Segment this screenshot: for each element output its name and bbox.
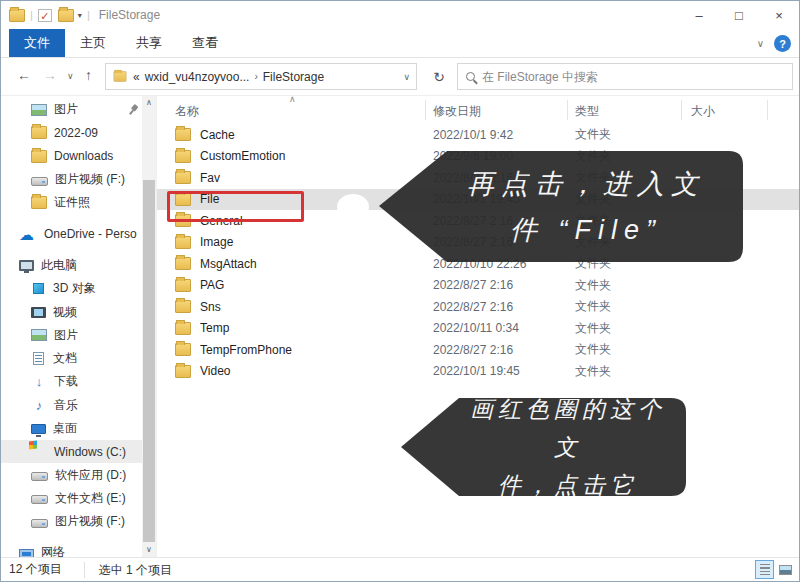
item-count: 12 个项目 bbox=[9, 561, 62, 578]
file-name: Video bbox=[200, 364, 230, 378]
tab-view[interactable]: 查看 bbox=[177, 29, 233, 57]
divider: | bbox=[30, 9, 33, 21]
tab-home[interactable]: 主页 bbox=[65, 29, 121, 57]
folder-icon bbox=[175, 128, 191, 141]
sidebar-item-icon: ↓ bbox=[31, 375, 47, 388]
callout-top-text: 再点击，进入文 件 “File” bbox=[435, 150, 737, 263]
sidebar-item[interactable]: 图片 bbox=[1, 324, 142, 347]
sidebar-item-label: 网络 bbox=[41, 544, 65, 557]
forward-button[interactable]: → bbox=[43, 67, 57, 83]
sidebar-item-icon bbox=[33, 352, 44, 365]
scroll-down-icon[interactable]: ∨ bbox=[142, 543, 156, 557]
navigation-toolbar: ← → ∨ ↑ « wxid_vu4nzoyvoo... › FileStora… bbox=[1, 58, 799, 96]
sidebar-item-label: 此电脑 bbox=[41, 257, 77, 274]
file-row[interactable]: Cache 2022/10/1 9:42 文件夹 bbox=[157, 124, 799, 146]
up-button[interactable]: ↑ bbox=[85, 67, 92, 83]
sidebar-item[interactable]: 证件照 bbox=[1, 191, 142, 214]
file-row[interactable]: TempFromPhone 2022/8/27 2:16 文件夹 bbox=[157, 339, 799, 361]
sidebar-item[interactable]: 2022-09 bbox=[1, 121, 142, 144]
file-row[interactable]: Temp 2022/10/11 0:34 文件夹 bbox=[157, 318, 799, 340]
sidebar-item[interactable]: ☁ OneDrive - Perso bbox=[1, 222, 142, 245]
scroll-up-icon[interactable]: ∧ bbox=[142, 96, 156, 110]
file-date-modified: 2022/10/11 0:34 bbox=[433, 321, 519, 335]
sidebar-item[interactable]: 此电脑 bbox=[1, 254, 142, 277]
sidebar-item[interactable]: ♪ 音乐 bbox=[1, 394, 142, 417]
sidebar-item[interactable]: Windows (C:) bbox=[1, 440, 142, 463]
callout-bottom: 画红色圈的这个文 件，点击它 bbox=[399, 397, 687, 497]
column-header-type[interactable]: 类型 bbox=[575, 103, 599, 120]
sidebar-item[interactable]: 文件文档 (E:) bbox=[1, 487, 142, 510]
file-name: Sns bbox=[200, 300, 221, 314]
search-icon bbox=[466, 72, 475, 81]
sidebar-item[interactable]: ↓ 下载 bbox=[1, 370, 142, 393]
column-divider[interactable] bbox=[567, 100, 568, 120]
sidebar-item-icon bbox=[33, 283, 44, 294]
folder-icon bbox=[175, 343, 191, 356]
scrollbar-thumb[interactable] bbox=[143, 180, 155, 542]
new-folder-icon[interactable] bbox=[58, 9, 74, 22]
file-name: Cache bbox=[200, 128, 235, 142]
sidebar-item[interactable]: 网络 bbox=[1, 541, 142, 557]
sidebar-item-icon bbox=[19, 549, 34, 557]
sidebar-item[interactable]: 桌面 bbox=[1, 417, 142, 440]
thumbnail-view-button[interactable] bbox=[776, 560, 795, 579]
recent-locations-icon[interactable]: ∨ bbox=[67, 71, 74, 81]
sidebar-item[interactable]: 图片视频 (F:) bbox=[1, 168, 142, 191]
column-divider[interactable] bbox=[767, 100, 768, 120]
sidebar-item-icon bbox=[31, 424, 46, 434]
minimize-button[interactable]: – bbox=[679, 1, 719, 29]
file-type: 文件夹 bbox=[575, 363, 611, 380]
file-name: Fav bbox=[200, 171, 220, 185]
sidebar-item-label: 2022-09 bbox=[54, 126, 98, 140]
quick-access-toolbar-caret-icon[interactable]: ▾ bbox=[78, 11, 82, 20]
file-name: PAG bbox=[200, 278, 224, 292]
sidebar-item-icon bbox=[31, 472, 48, 481]
sidebar-item[interactable]: 文档 bbox=[1, 347, 142, 370]
column-header-date[interactable]: 修改日期 bbox=[433, 103, 481, 120]
sidebar-item[interactable]: 图片 bbox=[1, 98, 142, 121]
navigation-pane: 图片 2022-09 Downloads 图片视频 (F: bbox=[1, 96, 156, 557]
back-button[interactable]: ← bbox=[17, 67, 31, 83]
address-dropdown-icon[interactable]: ∨ bbox=[403, 72, 410, 82]
help-button[interactable]: ? bbox=[774, 35, 791, 52]
tab-file[interactable]: 文件 bbox=[9, 29, 65, 57]
address-bar[interactable]: « wxid_vu4nzoyvoo... › FileStorage ∨ bbox=[105, 63, 417, 90]
sidebar-item[interactable]: 图片视频 (F:) bbox=[1, 510, 142, 533]
file-name: Temp bbox=[200, 321, 229, 335]
breadcrumb-current[interactable]: FileStorage bbox=[263, 70, 324, 84]
maximize-button[interactable]: □ bbox=[719, 1, 759, 29]
close-button[interactable]: × bbox=[759, 1, 799, 29]
folder-icon bbox=[175, 365, 191, 378]
sidebar-item-label: 视频 bbox=[53, 304, 77, 321]
search-input[interactable] bbox=[482, 70, 784, 84]
sidebar-item[interactable]: 软件应用 (D:) bbox=[1, 463, 142, 486]
sidebar-item[interactable]: 视频 bbox=[1, 300, 142, 323]
file-date-modified: 2022/8/27 2:16 bbox=[433, 343, 513, 357]
file-date-modified: 2022/8/27 2:16 bbox=[433, 278, 513, 292]
column-divider[interactable] bbox=[425, 100, 426, 120]
details-view-button[interactable] bbox=[755, 560, 774, 579]
sidebar-item-icon bbox=[31, 519, 48, 528]
ribbon-collapse-icon[interactable]: ∨ bbox=[757, 38, 764, 49]
column-divider[interactable] bbox=[681, 100, 682, 120]
folder-icon bbox=[175, 300, 191, 313]
file-row[interactable]: Sns 2022/8/27 2:16 文件夹 bbox=[157, 296, 799, 318]
sidebar-item[interactable]: Downloads bbox=[1, 145, 142, 168]
tab-share[interactable]: 共享 bbox=[121, 29, 177, 57]
file-type: 文件夹 bbox=[575, 277, 611, 294]
folder-icon bbox=[175, 236, 191, 249]
properties-checkbox-icon[interactable]: ✓ bbox=[38, 9, 52, 22]
sidebar-item[interactable]: 3D 对象 bbox=[1, 277, 142, 300]
folder-icon bbox=[175, 257, 191, 270]
sidebar-item-label: 图片 bbox=[54, 327, 78, 344]
sidebar-scrollbar[interactable]: ∧ ∨ bbox=[142, 96, 156, 557]
column-header-size[interactable]: 大小 bbox=[691, 103, 715, 120]
title-bar: | ✓ ▾ | FileStorage – □ × bbox=[1, 1, 799, 29]
file-row[interactable]: Video 2022/10/1 19:45 文件夹 bbox=[157, 361, 799, 383]
search-box[interactable] bbox=[457, 63, 793, 90]
sidebar-item-label: 桌面 bbox=[53, 420, 77, 437]
column-header-name[interactable]: 名称 bbox=[175, 103, 199, 120]
refresh-button[interactable]: ↻ bbox=[425, 63, 453, 90]
file-row[interactable]: PAG 2022/8/27 2:16 文件夹 bbox=[157, 275, 799, 297]
breadcrumb-parent[interactable]: wxid_vu4nzoyvoo... bbox=[145, 70, 250, 84]
